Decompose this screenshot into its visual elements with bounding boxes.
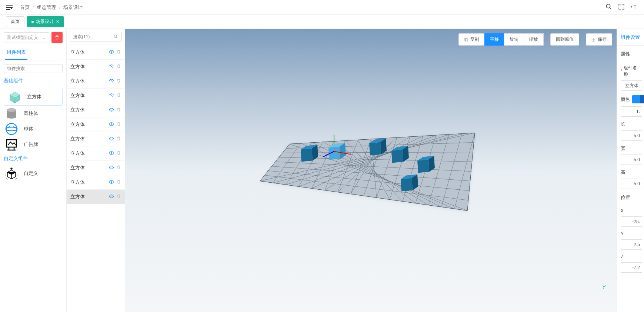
search-icon[interactable]: [605, 3, 612, 11]
fullscreen-icon[interactable]: [618, 3, 625, 11]
breadcrumb-mid[interactable]: 组态管理: [37, 4, 56, 11]
list-item-label: 立方体: [70, 49, 85, 56]
prop-length-input[interactable]: [621, 130, 642, 141]
breadcrumb-sep: /: [59, 4, 61, 10]
lib-search[interactable]: [4, 64, 63, 73]
tab-close-icon[interactable]: ✕: [56, 19, 59, 24]
prop-height-input[interactable]: [621, 179, 642, 189]
lib-item-label: 球体: [24, 126, 33, 132]
delete-button[interactable]: [51, 32, 63, 43]
list-item[interactable]: 立方体: [67, 89, 125, 103]
svg-marker-75: [391, 150, 403, 163]
eye-icon[interactable]: [109, 150, 114, 157]
trash-icon[interactable]: [116, 64, 121, 70]
lib-item-label: 广告牌: [24, 141, 38, 148]
trash-icon[interactable]: [116, 93, 121, 99]
panel-component-library: 测试模型自定义 ⌄ 组件列表 基础组件 立方体 圆柱体: [0, 29, 67, 312]
props-tab[interactable]: 组件设置: [617, 33, 644, 46]
list-item[interactable]: 立方体: [67, 161, 125, 175]
list-item-label: 立方体: [70, 136, 85, 142]
list-item[interactable]: 立方体: [67, 190, 125, 204]
svg-point-7: [6, 127, 17, 131]
prop-width-input[interactable]: [621, 155, 642, 165]
eye-icon[interactable]: [109, 165, 114, 171]
prop-length-label: 长: [617, 117, 644, 129]
eye-icon[interactable]: [109, 179, 114, 186]
tab-scene[interactable]: 场景设计 ✕: [27, 16, 64, 27]
trash-icon[interactable]: [116, 136, 121, 142]
eye-slash-icon[interactable]: [109, 93, 114, 99]
breadcrumb-home[interactable]: 首页: [20, 4, 30, 11]
list-item[interactable]: 立方体: [67, 60, 125, 74]
eye-icon[interactable]: [109, 107, 114, 113]
viewport-3d[interactable]: 复制 平移 旋转 缩放 回到原位 保存: [125, 29, 617, 312]
list-item[interactable]: 立方体: [67, 74, 125, 89]
trash-icon[interactable]: [116, 150, 121, 156]
list-item[interactable]: 立方体: [67, 146, 125, 161]
lib-item-custom[interactable]: 自定义: [4, 166, 63, 181]
trash-icon[interactable]: [116, 194, 121, 200]
menu-toggle-icon[interactable]: [6, 4, 13, 11]
prop-y-input[interactable]: [621, 239, 642, 250]
lib-section-basic: 基础组件: [4, 77, 63, 84]
eye-icon[interactable]: [109, 122, 114, 128]
breadcrumb: 首页 / 组态管理 / 场景设计: [20, 4, 83, 11]
prop-opacity-input[interactable]: [621, 106, 642, 117]
eye-icon[interactable]: [109, 136, 114, 142]
prop-z-input[interactable]: [621, 262, 642, 273]
object-search-button[interactable]: [110, 32, 122, 42]
save-button[interactable]: 保存: [586, 33, 612, 46]
lib-item-label: 圆柱体: [24, 110, 38, 117]
object-search-input[interactable]: [73, 34, 107, 39]
trash-icon[interactable]: [116, 122, 121, 127]
lib-item-billboard[interactable]: 广告牌: [4, 137, 63, 152]
sphere-icon: [4, 123, 19, 135]
lib-tab-components[interactable]: 组件列表: [5, 47, 27, 60]
list-item-label: 立方体: [70, 107, 85, 113]
list-item[interactable]: 立方体: [67, 175, 125, 190]
lib-item-label: 自定义: [24, 170, 38, 177]
axis-y-label: Y: [602, 284, 605, 290]
trash-icon[interactable]: [116, 107, 121, 113]
eye-icon[interactable]: [109, 49, 114, 56]
lib-item-sphere[interactable]: 球体: [4, 121, 63, 137]
trash-icon[interactable]: [116, 179, 121, 185]
color-swatch[interactable]: [632, 95, 640, 103]
model-select[interactable]: 测试模型自定义 ⌄: [4, 32, 49, 43]
list-item[interactable]: 立方体: [67, 132, 125, 146]
trash-icon[interactable]: [116, 49, 121, 55]
eye-slash-icon[interactable]: [109, 78, 114, 84]
lib-item-cube[interactable]: 立方体: [4, 88, 63, 106]
eye-icon[interactable]: [109, 194, 114, 200]
svg-text:т: т: [631, 5, 632, 9]
trash-icon[interactable]: [116, 78, 121, 84]
list-item-label: 立方体: [70, 78, 85, 84]
list-item-label: 立方体: [70, 63, 85, 70]
move-button[interactable]: 平移: [484, 33, 504, 46]
svg-marker-72: [369, 142, 381, 156]
lib-search-input[interactable]: [7, 66, 63, 71]
object-list: 立方体立方体立方体立方体立方体立方体立方体立方体立方体立方体立方体: [67, 45, 125, 204]
prop-width-label: 宽: [617, 141, 644, 153]
reset-button[interactable]: 回到原位: [550, 33, 579, 46]
svg-marker-63: [301, 149, 313, 162]
svg-point-17: [111, 196, 112, 197]
tab-home[interactable]: 首页: [6, 16, 24, 27]
svg-point-6: [6, 123, 17, 135]
prop-name-input[interactable]: [621, 80, 642, 91]
lib-item-cylinder[interactable]: 圆柱体: [4, 106, 63, 121]
rotate-button[interactable]: 旋转: [504, 33, 524, 46]
svg-text:T: T: [634, 4, 637, 10]
scale-button[interactable]: 缩放: [524, 33, 544, 46]
svg-point-10: [111, 51, 112, 53]
list-item[interactable]: 立方体: [67, 103, 125, 117]
list-item[interactable]: 立方体: [67, 45, 125, 60]
prop-x-input[interactable]: [621, 216, 642, 227]
font-size-icon[interactable]: тT: [631, 3, 638, 11]
list-item[interactable]: 立方体: [67, 117, 125, 132]
topbar: 首页 / 组态管理 / 场景设计 тT: [0, 0, 644, 15]
prop-y-label: Y: [617, 227, 644, 238]
eye-slash-icon[interactable]: [109, 64, 114, 70]
trash-icon[interactable]: [116, 165, 121, 171]
copy-button[interactable]: 复制: [458, 33, 485, 46]
